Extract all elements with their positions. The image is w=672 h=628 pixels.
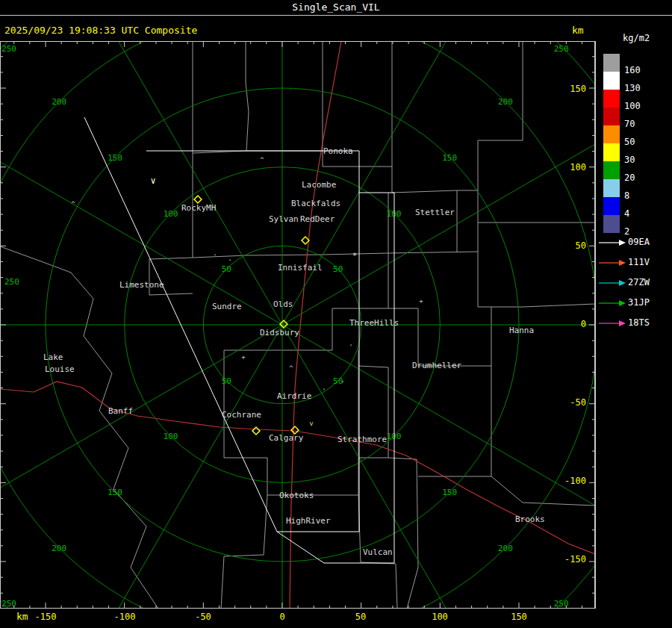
bottom-axis-label: 150 xyxy=(497,612,541,622)
colorbar-value: 70 xyxy=(624,119,635,129)
colorbar-value: 100 xyxy=(624,101,641,111)
place-label: Vulcan xyxy=(363,547,393,557)
place-label: Airdrie xyxy=(277,391,311,401)
radar-pointer-arrow xyxy=(598,299,626,308)
place-label: Sundre xyxy=(212,302,242,311)
range-ring-label: 250 xyxy=(554,44,569,54)
range-ring-label: 100 xyxy=(164,209,178,219)
county-boundary xyxy=(221,495,267,609)
colorbar-value: 130 xyxy=(624,83,641,93)
bottom-axis-label: 50 xyxy=(338,612,383,622)
place-label: Lake xyxy=(43,352,63,362)
range-ring-label: 200 xyxy=(52,544,66,553)
range-ring-label: 50 xyxy=(222,264,231,274)
colorbar-value: 30 xyxy=(624,155,635,165)
colorbar-swatch xyxy=(603,54,620,72)
point-marker: ' xyxy=(322,388,326,395)
scan-timestamp: 2025/09/23 19:08:33 UTC Composite xyxy=(4,25,197,36)
place-label: HighRiver xyxy=(286,516,331,526)
range-ring-label: 250 xyxy=(4,277,19,287)
radar-map-area[interactable]: 5050505010010010010015015015015020020020… xyxy=(0,41,595,609)
range-ring-label: 50 xyxy=(222,376,231,386)
colorbar-value: 20 xyxy=(624,172,635,183)
county-boundary xyxy=(392,41,595,223)
colorbar-swatch xyxy=(603,215,620,233)
window-title: Single_Scan_VIL xyxy=(0,0,672,15)
place-label: Louise xyxy=(45,364,75,374)
place-label: Stettler xyxy=(415,208,455,217)
radar-pointer-arrow xyxy=(598,279,626,287)
county-boundary xyxy=(478,41,523,190)
place-label: Brooks xyxy=(515,514,545,524)
point-marker: + xyxy=(241,353,246,361)
place-label: Lacombe xyxy=(302,180,336,190)
right-axis-label: -150 xyxy=(556,554,586,565)
range-ring-label: 100 xyxy=(386,432,401,441)
range-ring-label: 200 xyxy=(498,544,513,553)
place-label: Ponoka xyxy=(323,146,353,156)
place-label: Olds xyxy=(273,299,293,309)
range-radial xyxy=(0,325,282,609)
point-marker: + xyxy=(419,297,423,305)
radar-site-id: 31JP xyxy=(628,297,650,308)
county-boundary xyxy=(388,458,418,609)
point-marker: v xyxy=(309,420,313,427)
bottom-axis-label: -50 xyxy=(181,612,225,622)
colorbar-value: 8 xyxy=(624,190,629,201)
right-axis-label: 0 xyxy=(556,319,586,329)
point-marker: ∨ xyxy=(150,175,155,186)
point-marker: * xyxy=(352,251,358,261)
point-marker: ^ xyxy=(260,156,264,164)
right-axis-label: -100 xyxy=(556,476,586,486)
range-ring-label: 150 xyxy=(108,153,122,163)
colorbar-swatch xyxy=(603,90,620,108)
bottom-axis-label: 100 xyxy=(417,612,462,622)
colorbar-swatch xyxy=(603,197,620,215)
range-ring-label: 200 xyxy=(498,97,513,107)
range-ring-label: 150 xyxy=(442,488,457,497)
radar-site-id: 27ZW xyxy=(628,277,650,287)
place-label: RedDeer xyxy=(300,214,335,224)
range-ring-label: 200 xyxy=(52,97,66,107)
scan-area-outline xyxy=(84,117,394,563)
title-divider xyxy=(0,15,672,16)
radar-site-id: 09EA xyxy=(628,237,650,247)
colorbar-swatch xyxy=(603,143,620,161)
right-axis-label: 100 xyxy=(556,162,586,172)
bottom-axis-label: 0 xyxy=(260,612,305,622)
colorbar-value: 160 xyxy=(624,65,641,75)
right-axis-label: 50 xyxy=(556,240,586,251)
colorbar-value: 4 xyxy=(624,208,629,219)
colorbar-unit-label: kg/m2 xyxy=(623,33,650,43)
bottom-axis-label: -100 xyxy=(102,612,147,622)
range-ring-label: 100 xyxy=(386,209,401,219)
radar-site-id: 18TS xyxy=(628,317,650,328)
colorbar-value: 2 xyxy=(624,226,629,237)
radar-map-canvas[interactable]: 5050505010010010010015015015015020020020… xyxy=(0,41,595,609)
range-ring-label: 250 xyxy=(1,44,16,54)
radar-site-marker xyxy=(252,427,260,435)
right-axis-label: -50 xyxy=(556,397,586,408)
place-label: ThreeHills xyxy=(349,318,399,328)
place-label: Banff xyxy=(108,406,133,416)
point-marker: ' xyxy=(213,253,217,261)
radar-site-marker xyxy=(194,196,202,203)
county-boundary xyxy=(149,170,193,295)
bottom-axis-label: -150 xyxy=(23,612,68,622)
place-label: Okotoks xyxy=(279,491,314,500)
place-label: Hanna xyxy=(509,326,534,335)
point-marker: ' xyxy=(340,380,344,388)
range-ring-label: 150 xyxy=(442,153,457,163)
point-marker: ' xyxy=(228,258,231,266)
place-label: Strathmore xyxy=(337,435,387,444)
place-label: RockyMH xyxy=(181,203,216,213)
county-boundary xyxy=(0,246,71,273)
colorbar-swatch xyxy=(603,179,620,197)
place-label: Limestone xyxy=(119,280,164,290)
range-ring-label: 150 xyxy=(108,488,122,497)
range-ring-label: 50 xyxy=(333,264,343,274)
county-boundary xyxy=(224,350,358,495)
panel-divider xyxy=(595,41,596,609)
county-boundary xyxy=(71,273,158,609)
point-marker: ^ xyxy=(289,364,293,372)
